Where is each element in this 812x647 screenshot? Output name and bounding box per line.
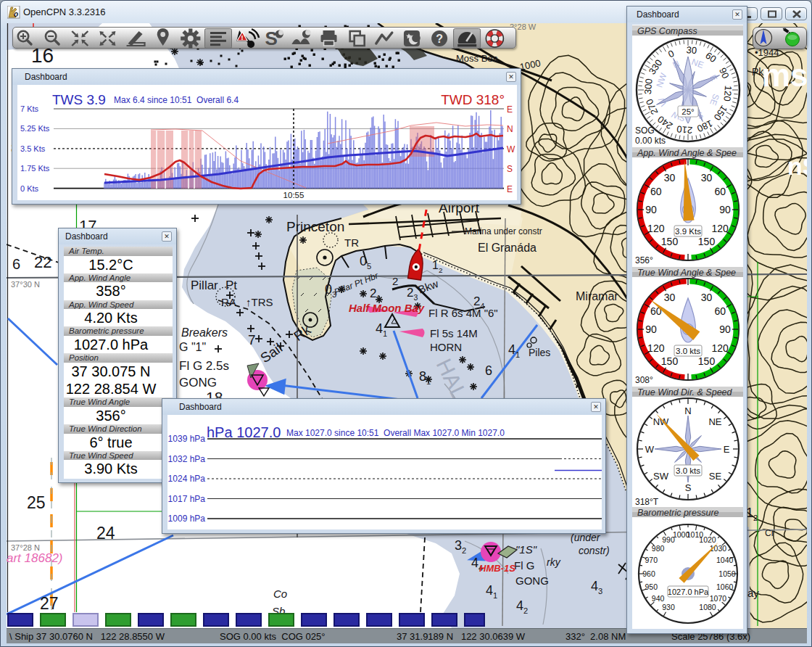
svg-text:1032 hPa: 1032 hPa bbox=[168, 454, 206, 464]
svg-text:TR: TR bbox=[344, 236, 359, 249]
svg-text:True Wind Dir. & Speed: True Wind Dir. & Speed bbox=[637, 387, 733, 397]
svg-text:ms: ms bbox=[762, 57, 807, 93]
svg-text:960: 960 bbox=[642, 569, 655, 578]
svg-text:6: 6 bbox=[12, 256, 20, 272]
svg-text:1: 1 bbox=[515, 350, 520, 359]
svg-text:SW: SW bbox=[653, 471, 669, 482]
svg-text:nS: nS bbox=[787, 152, 807, 180]
svg-text:2: 2 bbox=[407, 286, 413, 300]
svg-text:Moss Bea: Moss Bea bbox=[456, 53, 499, 64]
svg-text:hPa 1027.0: hPa 1027.0 bbox=[207, 424, 281, 440]
svg-text:30: 30 bbox=[664, 172, 676, 184]
svg-text:10:55: 10:55 bbox=[283, 191, 304, 199]
svg-text:150: 150 bbox=[698, 355, 716, 367]
svg-text:970: 970 bbox=[645, 556, 658, 564]
svg-text:Princeton: Princeton bbox=[286, 219, 344, 234]
svg-text:Co: Co bbox=[273, 588, 287, 600]
svg-text:NE: NE bbox=[708, 416, 721, 427]
svg-text:3: 3 bbox=[414, 293, 418, 302]
svg-text:App. Wind Angle & Spee: App. Wind Angle & Spee bbox=[637, 148, 737, 158]
svg-text:90: 90 bbox=[645, 324, 657, 335]
svg-text:5: 5 bbox=[367, 262, 371, 271]
svg-text:90: 90 bbox=[645, 204, 657, 215]
svg-text:120: 120 bbox=[647, 342, 665, 354]
svg-text:4: 4 bbox=[471, 556, 478, 570]
svg-text:Max 1027.0 since 10:51 Overal: Max 1027.0 since 10:51 Overall Max 1027.… bbox=[286, 428, 505, 438]
svg-text:N: N bbox=[684, 405, 691, 416]
svg-text:Marina under constr: Marina under constr bbox=[465, 226, 542, 236]
svg-text:2: 2 bbox=[439, 266, 443, 274]
svg-text:"1S": "1S" bbox=[515, 543, 537, 556]
svg-text:90: 90 bbox=[719, 324, 731, 335]
svg-text:Miramar: Miramar bbox=[576, 290, 618, 302]
svg-text:30: 30 bbox=[701, 292, 713, 303]
svg-text:1070: 1070 bbox=[710, 594, 727, 603]
svg-text:1: 1 bbox=[432, 259, 439, 271]
svg-text:E: E bbox=[507, 184, 513, 194]
svg-text:TWD 318°: TWD 318° bbox=[441, 92, 505, 107]
svg-text:E: E bbox=[507, 104, 513, 115]
svg-text:2: 2 bbox=[523, 606, 528, 615]
svg-text:308°: 308° bbox=[635, 375, 653, 385]
svg-text:120: 120 bbox=[721, 85, 734, 102]
svg-text:GPS Compass: GPS Compass bbox=[637, 26, 697, 36]
svg-text:300: 300 bbox=[642, 78, 655, 95]
svg-text:950: 950 bbox=[645, 582, 658, 591]
svg-text:HORN: HORN bbox=[430, 341, 462, 353]
svg-text:37°30 N: 37°30 N bbox=[11, 280, 40, 289]
svg-text:!: ! bbox=[241, 34, 244, 41]
svg-text:3.0 kts: 3.0 kts bbox=[676, 347, 700, 355]
svg-text:1: 1 bbox=[426, 377, 431, 386]
svg-text:S: S bbox=[685, 482, 692, 493]
svg-text:Cr: Cr bbox=[765, 528, 774, 538]
svg-text:150: 150 bbox=[698, 236, 716, 247]
svg-text:4: 4 bbox=[508, 342, 515, 357]
svg-text:0: 0 bbox=[360, 254, 367, 268]
svg-text:60: 60 bbox=[650, 186, 662, 197]
svg-text:1080: 1080 bbox=[699, 603, 716, 611]
svg-text:Half Moon Bay: Half Moon Bay bbox=[349, 302, 425, 314]
svg-text:2: 2 bbox=[370, 287, 376, 300]
svg-text:1039 hPa: 1039 hPa bbox=[168, 434, 206, 444]
svg-text:Fl 5s 14M: Fl 5s 14M bbox=[430, 327, 478, 339]
svg-text:Fl G 2.5s: Fl G 2.5s bbox=[179, 359, 229, 373]
svg-text:↑TRS: ↑TRS bbox=[246, 296, 273, 308]
svg-text:90: 90 bbox=[719, 204, 731, 215]
svg-text:3.9 Kts: 3.9 Kts bbox=[675, 227, 701, 236]
svg-text:356°: 356° bbox=[635, 255, 653, 265]
svg-text:GONG: GONG bbox=[515, 574, 549, 587]
svg-text:2: 2 bbox=[753, 514, 758, 522]
svg-text:1060: 1060 bbox=[716, 582, 734, 591]
svg-text:o: o bbox=[14, 10, 18, 18]
svg-text:S: S bbox=[507, 164, 513, 174]
svg-text:25: 25 bbox=[27, 493, 46, 512]
svg-text:30: 30 bbox=[664, 292, 676, 303]
svg-text:True Wind Angle & Spee: True Wind Angle & Spee bbox=[637, 268, 736, 278]
svg-text:4: 4 bbox=[376, 321, 383, 336]
svg-text:Fl R 6s 4M "6": Fl R 6s 4M "6" bbox=[428, 307, 498, 319]
svg-text:60: 60 bbox=[714, 186, 726, 197]
svg-text:24: 24 bbox=[96, 524, 115, 543]
svg-text:1: 1 bbox=[383, 329, 387, 338]
svg-text:1024 hPa: 1024 hPa bbox=[168, 474, 206, 484]
svg-text:0.00 kts: 0.00 kts bbox=[635, 136, 666, 146]
svg-text:Fl G: Fl G bbox=[514, 559, 534, 572]
svg-text:210: 210 bbox=[676, 123, 693, 136]
svg-text:318°T: 318°T bbox=[635, 497, 659, 507]
svg-text:2: 2 bbox=[392, 275, 398, 287]
svg-text:El Granáda: El Granáda bbox=[478, 242, 536, 254]
svg-text:constr): constr) bbox=[579, 545, 610, 556]
svg-text:3.0 kts: 3.0 kts bbox=[676, 466, 700, 475]
svg-text:Barometric pressure: Barometric pressure bbox=[637, 508, 719, 518]
svg-text:1009 hPa: 1009 hPa bbox=[168, 514, 206, 524]
svg-text:1040: 1040 bbox=[716, 556, 734, 564]
svg-text:1.75 Kts: 1.75 Kts bbox=[20, 164, 50, 173]
svg-text:W: W bbox=[507, 144, 515, 154]
svg-text:30: 30 bbox=[686, 44, 697, 56]
svg-text:TWS 3.9: TWS 3.9 bbox=[52, 92, 106, 107]
svg-text:7 Kts: 7 Kts bbox=[20, 104, 39, 113]
svg-text:940: 940 bbox=[652, 594, 665, 603]
svg-text:SE: SE bbox=[709, 471, 722, 482]
svg-text:Piles: Piles bbox=[529, 347, 550, 358]
svg-text:Pt: Pt bbox=[225, 279, 237, 292]
